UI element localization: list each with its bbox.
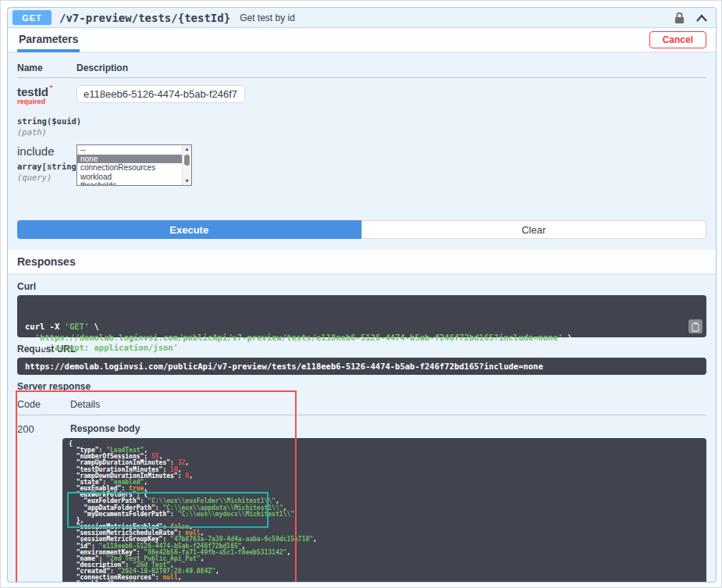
responses-title: Responses bbox=[17, 255, 76, 268]
curl-block: curl -X 'GET' \ 'https://demolab.loginvs… bbox=[17, 295, 706, 337]
include-option[interactable]: thresholds bbox=[77, 181, 182, 186]
response-body-label: Response body bbox=[62, 423, 706, 434]
param-type: string($uuid) bbox=[17, 116, 76, 126]
http-method-badge: GET bbox=[12, 10, 52, 25]
scroll-up-icon[interactable]: ▲ bbox=[184, 145, 190, 153]
curl-label: Curl bbox=[17, 281, 706, 292]
parameters-section: Name Description testId* required string… bbox=[8, 52, 716, 192]
listbox-scrollbar[interactable]: ▲ ▼ bbox=[182, 145, 191, 185]
execute-button[interactable]: Execute bbox=[17, 220, 361, 239]
cancel-button[interactable]: Cancel bbox=[649, 31, 706, 48]
parameters-section-header: Parameters Cancel bbox=[8, 28, 716, 52]
param-name-testid: testId bbox=[17, 85, 48, 98]
code-column-header: Code bbox=[17, 399, 62, 410]
clear-button[interactable]: Clear bbox=[361, 220, 707, 239]
response-row-200: 200 Response body { "type": "LoadTest", … bbox=[17, 415, 706, 583]
server-response-table: Code Details 200 Response body { "type":… bbox=[17, 395, 706, 583]
operation-summary[interactable]: GET /v7-preview/tests/{testId} Get test … bbox=[8, 8, 716, 28]
endpoint-description: Get test by id bbox=[240, 12, 295, 23]
scroll-down-icon[interactable]: ▼ bbox=[184, 177, 190, 185]
responses-section-header: Responses bbox=[8, 250, 716, 273]
scrollbar-thumb[interactable] bbox=[184, 155, 190, 166]
param-row-testid: testId* required string($uuid) (path) bbox=[17, 78, 706, 137]
status-code: 200 bbox=[17, 419, 62, 583]
chevron-up-icon[interactable] bbox=[695, 13, 708, 23]
param-name-include: include bbox=[17, 144, 55, 158]
include-option[interactable]: connectionResources bbox=[77, 163, 182, 173]
tab-parameters[interactable]: Parameters bbox=[17, 29, 80, 52]
copy-icon[interactable] bbox=[688, 319, 702, 333]
column-header-name: Name bbox=[17, 62, 76, 73]
include-listbox[interactable]: --noneconnectionResourcesworkloadthresho… bbox=[76, 144, 192, 186]
param-location: (query) bbox=[17, 173, 76, 182]
testid-input[interactable] bbox=[76, 85, 245, 103]
request-url-value: https://demolab.loginvsi.com/publicApi/v… bbox=[25, 362, 543, 371]
opblock-get: GET /v7-preview/tests/{testId} Get test … bbox=[7, 7, 717, 583]
param-location: (path) bbox=[17, 127, 76, 137]
lock-icon[interactable] bbox=[674, 12, 685, 24]
param-type: array[string] bbox=[17, 162, 76, 171]
param-row-include: include array[string] (query) --noneconn… bbox=[17, 137, 706, 192]
column-header-description: Description bbox=[76, 62, 128, 73]
include-option[interactable]: -- bbox=[77, 145, 182, 155]
request-url-block: https://demolab.loginvsi.com/publicApi/v… bbox=[17, 358, 706, 375]
responses-section: Curl curl -X 'GET' \ 'https://demolab.lo… bbox=[8, 273, 716, 583]
swagger-ui-page: GET /v7-preview/tests/{testId} Get test … bbox=[0, 0, 722, 588]
endpoint-path: /v7-preview/tests/{testId} bbox=[59, 12, 230, 24]
include-option[interactable]: workload bbox=[77, 173, 182, 182]
details-column-header: Details bbox=[62, 399, 706, 410]
include-option[interactable]: none bbox=[77, 155, 182, 164]
execute-row: Execute Clear bbox=[17, 220, 706, 239]
response-body-block: { "type": "LoadTest", "numberOfSessions"… bbox=[62, 438, 706, 583]
parameters-title: Parameters bbox=[19, 33, 78, 45]
